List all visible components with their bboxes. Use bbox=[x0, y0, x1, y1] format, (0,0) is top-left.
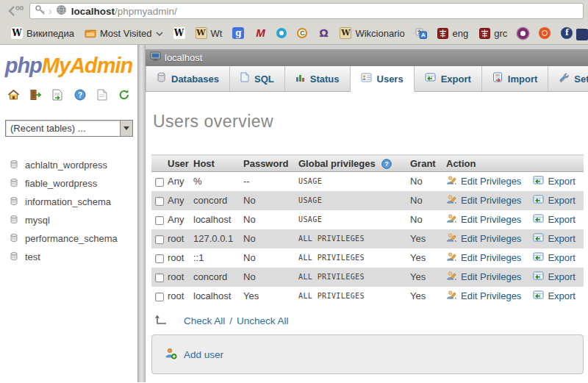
database-item[interactable]: test bbox=[10, 248, 137, 266]
row-checkbox[interactable] bbox=[155, 293, 164, 301]
users-table-header: User Host Password Global privileges? Gr… bbox=[151, 155, 584, 172]
edit-privileges-icon[interactable] bbox=[446, 194, 457, 207]
bookmark-eng[interactable]: eng bbox=[432, 26, 474, 40]
bookmark-translate[interactable]: A bbox=[410, 26, 432, 40]
cell-grant: Yes bbox=[410, 268, 446, 287]
home-icon[interactable] bbox=[7, 88, 21, 101]
edit-privileges-icon[interactable] bbox=[446, 175, 457, 188]
export-row-link[interactable]: Export bbox=[548, 195, 576, 206]
header-grant: Grant bbox=[410, 155, 446, 172]
export-row-link[interactable]: Export bbox=[548, 271, 576, 282]
blue-ring-favicon bbox=[276, 28, 287, 38]
panel-resize-handle[interactable] bbox=[137, 45, 146, 382]
edit-privileges-link[interactable]: Edit Privileges bbox=[461, 290, 521, 301]
uncheck-all-link[interactable]: Uncheck All bbox=[237, 315, 289, 326]
header-password: Password bbox=[243, 155, 298, 172]
tab-users[interactable]: Users bbox=[351, 66, 415, 92]
recent-tables-select[interactable]: (Recent tables) ... bbox=[5, 120, 133, 137]
header-host: Host bbox=[193, 155, 243, 172]
bookmark-wikipedia-plain[interactable]: W bbox=[168, 26, 190, 40]
edit-privileges-icon[interactable] bbox=[446, 251, 457, 265]
bookmark-wikipedia[interactable]: W Википедиа bbox=[6, 26, 79, 40]
cell-password: No bbox=[243, 248, 298, 268]
select-dropdown-icon[interactable] bbox=[120, 121, 132, 136]
export-row-icon[interactable] bbox=[533, 271, 544, 283]
export-row-icon[interactable] bbox=[533, 176, 544, 187]
header-global-privileges-label: Global privileges bbox=[298, 158, 376, 169]
help-icon[interactable]: ? bbox=[74, 88, 87, 101]
row-checkbox[interactable] bbox=[155, 216, 164, 225]
server-label[interactable]: localhost bbox=[165, 52, 202, 63]
bookmark-purple-ring[interactable] bbox=[512, 26, 534, 40]
tab-databases[interactable]: Databases bbox=[146, 66, 230, 91]
edit-privileges-link[interactable]: Edit Privileges bbox=[461, 252, 521, 263]
export-row-link[interactable]: Export bbox=[548, 214, 576, 225]
row-checkbox[interactable] bbox=[155, 273, 164, 282]
tab-import[interactable]: Import bbox=[482, 66, 548, 91]
address-bar[interactable]: › localhost /phpmyadmin/ bbox=[29, 3, 584, 19]
edit-privileges-link[interactable]: Edit Privileges bbox=[461, 195, 521, 206]
export-row-link[interactable]: Export bbox=[548, 176, 576, 187]
export-row-icon[interactable] bbox=[533, 290, 544, 302]
database-item[interactable]: performance_schema bbox=[10, 229, 137, 248]
bookmark-omega[interactable]: Ω bbox=[312, 26, 334, 40]
add-user-button[interactable]: Add user bbox=[165, 348, 223, 362]
tab-status[interactable]: Status bbox=[285, 66, 351, 91]
query-window-icon[interactable] bbox=[51, 88, 65, 101]
database-item[interactable]: mysql bbox=[10, 211, 137, 229]
database-name: mysql bbox=[25, 215, 50, 226]
site-identity-key-icon[interactable] bbox=[35, 4, 46, 18]
refresh-icon[interactable] bbox=[118, 88, 131, 101]
bookmark-wikcionario[interactable]: W Wikcionario bbox=[334, 26, 409, 40]
database-item[interactable]: achlaltn_wordpress bbox=[10, 156, 137, 174]
tab-label: Users bbox=[377, 74, 404, 85]
database-item[interactable]: information_schema bbox=[10, 193, 137, 211]
edit-privileges-icon[interactable] bbox=[446, 271, 457, 284]
database-item[interactable]: fiable_wordpress bbox=[10, 174, 137, 193]
tab-label: SQL bbox=[254, 74, 274, 85]
add-user-label: Add user bbox=[184, 349, 223, 360]
cell-privileges: USAGE bbox=[298, 172, 410, 191]
bookmark-grc[interactable]: grc bbox=[473, 26, 512, 40]
bookmark-red-m[interactable]: M bbox=[249, 26, 271, 40]
documentation-icon[interactable] bbox=[96, 88, 109, 101]
phpmyadmin-logo[interactable]: phpMyAdmin bbox=[0, 54, 137, 78]
tab-export[interactable]: Export bbox=[415, 66, 482, 91]
row-checkbox[interactable] bbox=[155, 235, 164, 244]
export-row-icon[interactable] bbox=[533, 252, 544, 264]
tab-sql[interactable]: SQL bbox=[230, 66, 285, 91]
edit-privileges-icon[interactable] bbox=[446, 232, 457, 246]
export-row-icon[interactable] bbox=[533, 195, 544, 207]
bookmark-wt[interactable]: W Wt bbox=[190, 26, 228, 40]
bookmark-partial[interactable] bbox=[571, 27, 588, 42]
logout-icon[interactable] bbox=[29, 88, 43, 101]
edit-privileges-link[interactable]: Edit Privileges bbox=[461, 214, 521, 225]
row-checkbox[interactable] bbox=[155, 197, 164, 206]
bookmark-label: Wt bbox=[211, 28, 223, 39]
bookmark-most-visited[interactable]: Most Visited bbox=[79, 25, 168, 41]
tab-label: Import bbox=[508, 74, 537, 85]
export-row-link[interactable]: Export bbox=[548, 290, 576, 301]
export-row-link[interactable]: Export bbox=[548, 252, 576, 263]
edit-privileges-link[interactable]: Edit Privileges bbox=[461, 233, 521, 244]
edit-privileges-icon[interactable] bbox=[446, 290, 457, 303]
tab-settings[interactable]: Settings bbox=[548, 66, 588, 91]
export-row-link[interactable]: Export bbox=[548, 233, 576, 244]
edit-privileges-link[interactable]: Edit Privileges bbox=[461, 271, 521, 282]
bookmark-blue-ring[interactable] bbox=[271, 26, 292, 40]
row-checkbox[interactable] bbox=[155, 178, 164, 187]
edit-privileges-link[interactable]: Edit Privileges bbox=[461, 176, 521, 187]
export-row-icon[interactable] bbox=[533, 233, 544, 245]
check-all-link[interactable]: Check All bbox=[184, 315, 225, 326]
cell-password: No bbox=[243, 268, 298, 287]
cell-host: localhost bbox=[193, 287, 243, 306]
bookmark-ubuntu[interactable] bbox=[534, 26, 556, 40]
url-path: /phpmyadmin/ bbox=[115, 6, 177, 17]
bookmark-google[interactable]: g bbox=[227, 26, 249, 40]
history-back-icon[interactable] bbox=[4, 3, 26, 19]
row-checkbox[interactable] bbox=[155, 254, 164, 263]
privileges-help-icon[interactable]: ? bbox=[381, 159, 392, 169]
edit-privileges-icon[interactable] bbox=[446, 213, 457, 226]
bookmark-orange-c[interactable]: C bbox=[292, 26, 312, 40]
export-row-icon[interactable] bbox=[533, 214, 544, 226]
